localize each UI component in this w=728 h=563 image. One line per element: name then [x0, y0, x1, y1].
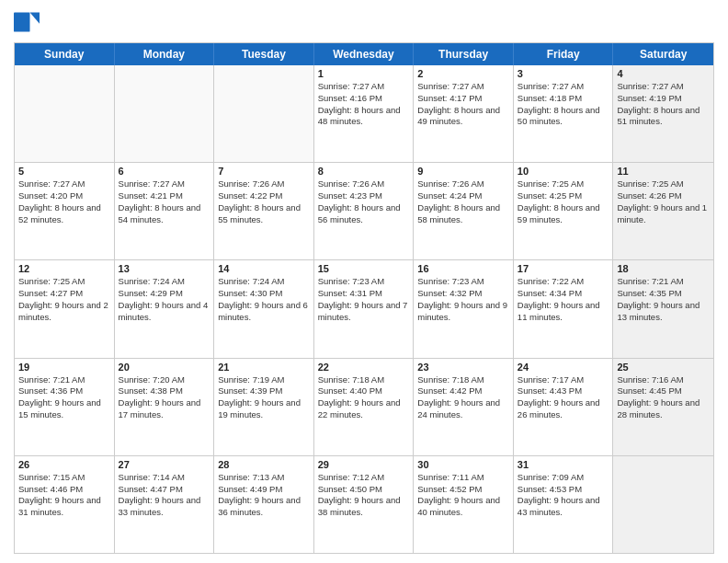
- day-number: 11: [617, 166, 710, 177]
- day-number: 14: [218, 263, 310, 274]
- daylight-text: Daylight: 8 hours and 52 minutes.: [18, 202, 110, 226]
- daylight-text: Daylight: 8 hours and 58 minutes.: [417, 202, 509, 226]
- calendar-cell: 20Sunrise: 7:20 AMSunset: 4:38 PMDayligh…: [115, 359, 215, 455]
- logo-icon: [14, 9, 40, 35]
- day-number: 12: [18, 263, 110, 274]
- sunrise-text: Sunrise: 7:22 AM: [518, 276, 609, 288]
- sunset-text: Sunset: 4:21 PM: [119, 190, 210, 202]
- sunset-text: Sunset: 4:47 PM: [119, 484, 210, 496]
- calendar-cell: 5Sunrise: 7:27 AMSunset: 4:20 PMDaylight…: [15, 163, 115, 259]
- daylight-text: Daylight: 9 hours and 28 minutes.: [617, 397, 710, 421]
- day-number: 28: [218, 459, 310, 470]
- weekday-header: Friday: [514, 43, 614, 65]
- header: [14, 9, 714, 35]
- calendar-cell: 4Sunrise: 7:27 AMSunset: 4:19 PMDaylight…: [613, 65, 713, 162]
- daylight-text: Daylight: 8 hours and 56 minutes.: [318, 202, 410, 226]
- day-number: 21: [218, 362, 310, 373]
- sunset-text: Sunset: 4:35 PM: [617, 288, 710, 300]
- calendar-week: 19Sunrise: 7:21 AMSunset: 4:36 PMDayligh…: [15, 359, 713, 456]
- daylight-text: Daylight: 9 hours and 38 minutes.: [318, 495, 410, 519]
- day-number: 5: [18, 166, 110, 177]
- calendar-week: 5Sunrise: 7:27 AMSunset: 4:20 PMDaylight…: [15, 163, 713, 260]
- sunrise-text: Sunrise: 7:18 AM: [417, 374, 509, 386]
- sunrise-text: Sunrise: 7:13 AM: [218, 472, 310, 484]
- day-number: 3: [518, 68, 609, 79]
- daylight-text: Daylight: 9 hours and 7 minutes.: [318, 300, 410, 324]
- calendar-cell: 2Sunrise: 7:27 AMSunset: 4:17 PMDaylight…: [414, 65, 514, 162]
- sunrise-text: Sunrise: 7:27 AM: [518, 81, 609, 93]
- sunrise-text: Sunrise: 7:27 AM: [119, 178, 210, 190]
- sunset-text: Sunset: 4:38 PM: [119, 385, 210, 397]
- daylight-text: Daylight: 8 hours and 48 minutes.: [318, 105, 410, 129]
- sunset-text: Sunset: 4:22 PM: [218, 190, 310, 202]
- daylight-text: Daylight: 9 hours and 4 minutes.: [119, 300, 210, 324]
- sunrise-text: Sunrise: 7:16 AM: [617, 374, 710, 386]
- calendar-cell: 26Sunrise: 7:15 AMSunset: 4:46 PMDayligh…: [15, 456, 115, 553]
- sunrise-text: Sunrise: 7:19 AM: [218, 374, 310, 386]
- calendar-cell: 22Sunrise: 7:18 AMSunset: 4:40 PMDayligh…: [314, 359, 415, 455]
- weekday-header: Tuesday: [214, 43, 314, 65]
- sunrise-text: Sunrise: 7:23 AM: [318, 276, 410, 288]
- calendar-cell: 13Sunrise: 7:24 AMSunset: 4:29 PMDayligh…: [115, 260, 215, 357]
- calendar-cell: 3Sunrise: 7:27 AMSunset: 4:18 PMDaylight…: [514, 65, 614, 162]
- calendar-cell: 14Sunrise: 7:24 AMSunset: 4:30 PMDayligh…: [214, 260, 314, 357]
- calendar-cell: 17Sunrise: 7:22 AMSunset: 4:34 PMDayligh…: [514, 260, 614, 357]
- calendar-header: SundayMondayTuesdayWednesdayThursdayFrid…: [15, 43, 713, 65]
- sunrise-text: Sunrise: 7:27 AM: [617, 81, 710, 93]
- day-number: 17: [518, 263, 609, 274]
- sunset-text: Sunset: 4:49 PM: [218, 484, 310, 496]
- daylight-text: Daylight: 9 hours and 26 minutes.: [518, 397, 609, 421]
- svg-marker-0: [30, 13, 40, 24]
- day-number: 6: [119, 166, 210, 177]
- calendar-cell: [613, 456, 713, 553]
- sunset-text: Sunset: 4:34 PM: [518, 288, 609, 300]
- daylight-text: Daylight: 8 hours and 59 minutes.: [518, 202, 609, 226]
- day-number: 24: [518, 362, 609, 373]
- sunset-text: Sunset: 4:32 PM: [417, 288, 509, 300]
- sunrise-text: Sunrise: 7:26 AM: [218, 178, 310, 190]
- sunset-text: Sunset: 4:43 PM: [518, 385, 609, 397]
- sunset-text: Sunset: 4:42 PM: [417, 385, 509, 397]
- day-number: 8: [318, 166, 410, 177]
- day-number: 22: [318, 362, 410, 373]
- sunrise-text: Sunrise: 7:26 AM: [318, 178, 410, 190]
- daylight-text: Daylight: 8 hours and 55 minutes.: [218, 202, 310, 226]
- calendar-cell: 21Sunrise: 7:19 AMSunset: 4:39 PMDayligh…: [214, 359, 314, 455]
- daylight-text: Daylight: 9 hours and 6 minutes.: [218, 300, 310, 324]
- calendar-cell: 8Sunrise: 7:26 AMSunset: 4:23 PMDaylight…: [314, 163, 415, 259]
- calendar-week: 12Sunrise: 7:25 AMSunset: 4:27 PMDayligh…: [15, 260, 713, 358]
- sunset-text: Sunset: 4:40 PM: [318, 385, 410, 397]
- daylight-text: Daylight: 9 hours and 17 minutes.: [119, 397, 210, 421]
- sunset-text: Sunset: 4:46 PM: [18, 484, 110, 496]
- sunset-text: Sunset: 4:24 PM: [417, 190, 509, 202]
- daylight-text: Daylight: 9 hours and 33 minutes.: [119, 495, 210, 519]
- sunrise-text: Sunrise: 7:15 AM: [18, 472, 110, 484]
- sunset-text: Sunset: 4:36 PM: [18, 385, 110, 397]
- calendar-cell: 10Sunrise: 7:25 AMSunset: 4:25 PMDayligh…: [514, 163, 614, 259]
- weekday-header: Sunday: [15, 43, 115, 65]
- weekday-header: Monday: [115, 43, 215, 65]
- daylight-text: Daylight: 9 hours and 19 minutes.: [218, 397, 310, 421]
- sunrise-text: Sunrise: 7:25 AM: [518, 178, 609, 190]
- day-number: 16: [417, 263, 509, 274]
- sunset-text: Sunset: 4:19 PM: [617, 93, 710, 105]
- weekday-header: Thursday: [414, 43, 514, 65]
- sunrise-text: Sunrise: 7:25 AM: [617, 178, 710, 190]
- calendar-cell: [115, 65, 215, 162]
- sunset-text: Sunset: 4:16 PM: [318, 93, 410, 105]
- sunrise-text: Sunrise: 7:27 AM: [18, 178, 110, 190]
- day-number: 13: [119, 263, 210, 274]
- weekday-header: Wednesday: [314, 43, 415, 65]
- calendar-cell: 9Sunrise: 7:26 AMSunset: 4:24 PMDaylight…: [414, 163, 514, 259]
- calendar-week: 1Sunrise: 7:27 AMSunset: 4:16 PMDaylight…: [15, 65, 713, 163]
- daylight-text: Daylight: 8 hours and 51 minutes.: [617, 105, 710, 129]
- day-number: 30: [417, 459, 509, 470]
- sunset-text: Sunset: 4:53 PM: [518, 484, 609, 496]
- sunrise-text: Sunrise: 7:24 AM: [218, 276, 310, 288]
- sunset-text: Sunset: 4:30 PM: [218, 288, 310, 300]
- calendar-cell: 7Sunrise: 7:26 AMSunset: 4:22 PMDaylight…: [214, 163, 314, 259]
- day-number: 18: [617, 263, 710, 274]
- sunset-text: Sunset: 4:26 PM: [617, 190, 710, 202]
- day-number: 27: [119, 459, 210, 470]
- day-number: 26: [18, 459, 110, 470]
